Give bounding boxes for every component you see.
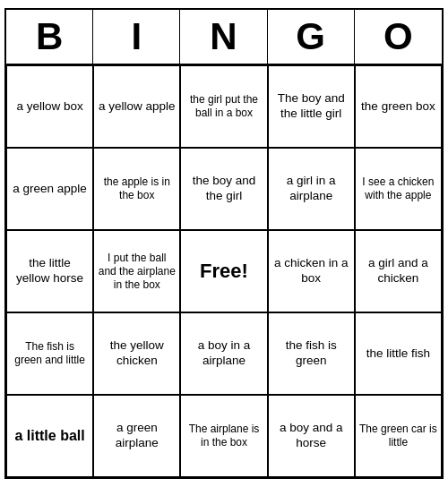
header-letter-i: I <box>93 10 180 64</box>
bingo-cell-3[interactable]: The boy and the little girl <box>268 65 355 148</box>
header-letter-n: N <box>180 10 267 64</box>
bingo-cell-9[interactable]: I see a chicken with the apple <box>355 148 442 230</box>
bingo-cell-14[interactable]: a girl and a chicken <box>355 230 442 312</box>
bingo-header: BINGO <box>6 10 442 65</box>
bingo-cell-6[interactable]: the apple is in the box <box>93 148 180 230</box>
bingo-cell-18[interactable]: the fish is green <box>268 312 355 395</box>
header-letter-o: O <box>355 10 442 64</box>
bingo-cell-5[interactable]: a green apple <box>6 148 93 230</box>
bingo-cell-24[interactable]: The green car is little <box>355 395 442 477</box>
bingo-cell-16[interactable]: the yellow chicken <box>93 312 180 395</box>
bingo-cell-0[interactable]: a yellow box <box>6 65 93 148</box>
bingo-cell-19[interactable]: the little fish <box>355 312 442 395</box>
bingo-cell-17[interactable]: a boy in a airplane <box>180 312 267 395</box>
bingo-grid: a yellow boxa yellow applethe girl put t… <box>6 65 442 477</box>
bingo-cell-2[interactable]: the girl put the ball in a box <box>180 65 267 148</box>
bingo-cell-8[interactable]: a girl in a airplane <box>268 148 355 230</box>
bingo-cell-20[interactable]: a little ball <box>6 395 93 477</box>
bingo-cell-22[interactable]: The airplane is in the box <box>180 395 267 477</box>
bingo-cell-1[interactable]: a yellow apple <box>93 65 180 148</box>
bingo-card: BINGO a yellow boxa yellow applethe girl… <box>4 8 444 479</box>
bingo-cell-11[interactable]: I put the ball and the airplane in the b… <box>93 230 180 312</box>
header-letter-g: G <box>268 10 355 64</box>
bingo-cell-23[interactable]: a boy and a horse <box>268 395 355 477</box>
bingo-cell-12[interactable]: Free! <box>180 230 267 312</box>
header-letter-b: B <box>6 10 93 64</box>
bingo-cell-15[interactable]: The fish is green and little <box>6 312 93 395</box>
bingo-cell-7[interactable]: the boy and the girl <box>180 148 267 230</box>
bingo-cell-13[interactable]: a chicken in a box <box>268 230 355 312</box>
bingo-cell-21[interactable]: a green airplane <box>93 395 180 477</box>
bingo-cell-10[interactable]: the little yellow horse <box>6 230 93 312</box>
bingo-cell-4[interactable]: the green box <box>355 65 442 148</box>
